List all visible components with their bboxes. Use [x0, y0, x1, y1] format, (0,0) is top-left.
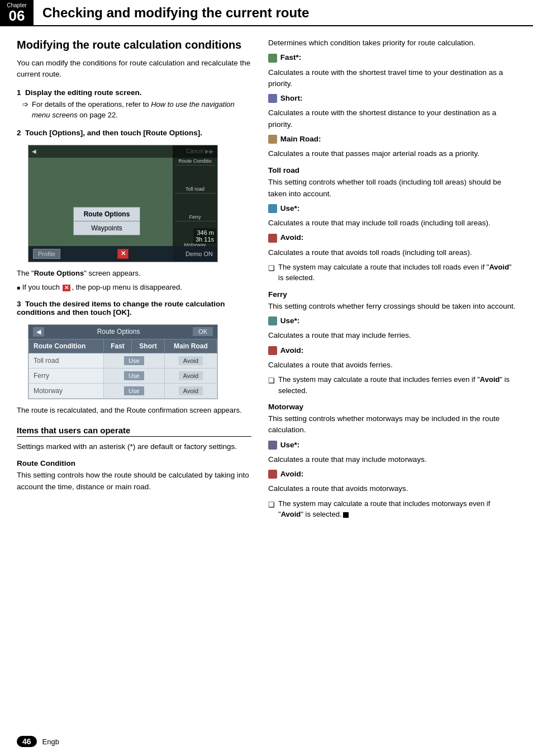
- motor-use-btn[interactable]: Use: [124, 386, 144, 395]
- fast-entry: Fast*:: [268, 52, 516, 63]
- col-short: Short: [132, 339, 165, 353]
- step-1-bullet: ➩ For details of the operations, refer t…: [22, 99, 251, 121]
- toll-use-entry: Use*:: [268, 203, 516, 214]
- nav-route-conditio: Route Conditio: [175, 157, 215, 166]
- toll-use-label: Use*:: [280, 204, 300, 212]
- ferry-use-entry: Use*:: [268, 315, 516, 327]
- step-3-num: 3: [17, 300, 21, 308]
- short-icon: [268, 94, 277, 103]
- page-number: 46: [17, 736, 37, 747]
- ro-back-button[interactable]: ◀: [33, 327, 44, 337]
- screenshot-2: ◀ Route Options OK Route Condition Fast …: [28, 324, 218, 399]
- toll-avoid-label: Avoid:: [280, 233, 304, 242]
- ro-title: Route Options: [97, 328, 140, 336]
- ferry-desc: This setting controls whether ferry cros…: [268, 301, 516, 312]
- bullet-square: [17, 284, 20, 292]
- page-header: Chapter 06 Checking and modifying the cu…: [0, 0, 533, 26]
- toll-use-icon: [268, 204, 277, 213]
- mainroad-icon: [268, 135, 277, 144]
- nav-ferry: Ferry: [175, 213, 215, 221]
- nav-toll-road: Toll road: [175, 185, 215, 193]
- page-title: Checking and modifying the current route: [34, 0, 318, 25]
- route-options-table: Route Condition Fast Short Main Road Tol…: [28, 339, 217, 399]
- nav-back-icon: ◀: [32, 148, 36, 154]
- distance-info: 346 m 3h 11s: [193, 228, 216, 244]
- mainroad-desc: Calculates a route that passes major art…: [268, 148, 516, 159]
- ferry-avoid-entry: Avoid:: [268, 345, 516, 356]
- toll-note-text: The system may calculate a route that in…: [278, 262, 516, 284]
- step-3-label: Touch the desired items to change the ro…: [17, 300, 225, 316]
- chapter-box: Chapter 06: [0, 0, 34, 25]
- route-options-button[interactable]: Route Options: [73, 207, 140, 221]
- demo-button[interactable]: Demo ON: [185, 251, 213, 257]
- toll-avoid-icon: [268, 234, 277, 243]
- step-2: 2 Touch [Options], and then touch [Route…: [17, 129, 251, 137]
- note-popup-disappeared: If you touch ✕, the pop-up menu is disap…: [17, 282, 251, 293]
- mainroad-label: Main Road:: [280, 135, 321, 143]
- table-row: Ferry Use Avoid: [29, 368, 217, 383]
- ferry-avoid-label: Avoid:: [280, 346, 304, 355]
- close-button[interactable]: ✕: [117, 249, 129, 259]
- right-intro: Determines which condition takes priorit…: [268, 37, 516, 49]
- motor-note-text: The system may calculate a route that in…: [278, 498, 516, 520]
- motorway-heading: Motorway: [268, 403, 516, 411]
- language-label: Engb: [42, 738, 59, 746]
- motor-use-desc: Calculates a route that may include moto…: [268, 454, 516, 465]
- motor-use-cell[interactable]: Use: [103, 383, 164, 398]
- step-3: 3 Touch the desired items to change the …: [17, 300, 251, 316]
- subsection-intro: Settings marked with an asterisk (*) are…: [17, 441, 251, 452]
- ro-ok-button[interactable]: OK: [193, 327, 213, 336]
- toll-use-cell[interactable]: Use: [103, 353, 164, 368]
- toll-use-btn[interactable]: Use: [124, 356, 144, 365]
- ferry-note: ❑ The system may calculate a route that …: [268, 374, 516, 396]
- ferry-avoid-btn[interactable]: Avoid: [179, 371, 203, 380]
- toll-avoid-desc: Calculates a route that avoids toll road…: [268, 247, 516, 258]
- ferry-avoid-cell[interactable]: Avoid: [164, 368, 217, 383]
- toll-heading: Toll road: [268, 166, 516, 174]
- ferry-label: Ferry: [29, 368, 104, 383]
- toll-use-desc: Calculates a route that may include toll…: [268, 218, 516, 229]
- motor-avoid-cell[interactable]: Avoid: [164, 383, 217, 398]
- ferry-use-btn[interactable]: Use: [124, 371, 144, 380]
- section-title: Modifying the route calculation conditio…: [17, 37, 251, 52]
- col-fast: Fast: [103, 339, 132, 353]
- motor-avoid-entry: Avoid:: [268, 469, 516, 480]
- motor-avoid-btn[interactable]: Avoid: [179, 386, 203, 395]
- ferry-use-cell[interactable]: Use: [103, 368, 164, 383]
- step-1-label: Display the editing route screen.: [25, 88, 142, 97]
- short-entry: Short:: [268, 93, 516, 104]
- step-2-num: 2: [17, 129, 21, 137]
- toll-avoid-cell[interactable]: Avoid: [164, 353, 217, 368]
- table-row: Motorway Use Avoid: [29, 383, 217, 398]
- short-desc: Calculates a route with the shortest dis…: [268, 107, 516, 130]
- right-column: Determines which condition takes priorit…: [268, 37, 516, 520]
- note-recalculated: The route is recalculated, and the Route…: [17, 405, 251, 416]
- toll-note: ❑ The system may calculate a route that …: [268, 262, 516, 284]
- motor-use-icon: [268, 441, 277, 450]
- waypoints-button[interactable]: Waypoints: [73, 221, 140, 235]
- step-1-arrow: ➩: [22, 99, 28, 121]
- x-icon: ✕: [63, 285, 70, 291]
- toll-road-label: Toll road: [29, 353, 104, 368]
- distance-value: 346 m: [196, 229, 214, 236]
- table-row: Toll road Use Avoid: [29, 353, 217, 368]
- left-column: Modifying the route calculation conditio…: [17, 37, 251, 520]
- profile-button[interactable]: Profile: [33, 249, 60, 259]
- ferry-avoid-icon: [268, 346, 277, 355]
- chapter-number: 06: [9, 8, 25, 23]
- step-2-heading: 2 Touch [Options], and then touch [Route…: [17, 129, 251, 137]
- ferry-use-icon: [268, 316, 277, 325]
- fast-desc: Calculates a route with the shortest tra…: [268, 67, 516, 90]
- step-1-heading: 1 Display the editing route screen.: [17, 88, 251, 97]
- toll-avoid-btn[interactable]: Avoid: [179, 356, 203, 365]
- motorway-desc: This setting controls whether motorways …: [268, 413, 516, 436]
- toll-note-triangle: ❑: [268, 263, 275, 284]
- toll-desc: This setting controls whether toll roads…: [268, 177, 516, 200]
- mainroad-entry: Main Road:: [268, 134, 516, 145]
- motor-avoid-desc: Calculates a route that avoids motorways…: [268, 483, 516, 494]
- ro-header: ◀ Route Options OK: [28, 325, 217, 339]
- motor-use-entry: Use*:: [268, 440, 516, 451]
- motor-note: ❑ The system may calculate a route that …: [268, 498, 516, 520]
- col-route-condition: Route Condition: [29, 339, 104, 353]
- fast-label: Fast*:: [280, 53, 302, 62]
